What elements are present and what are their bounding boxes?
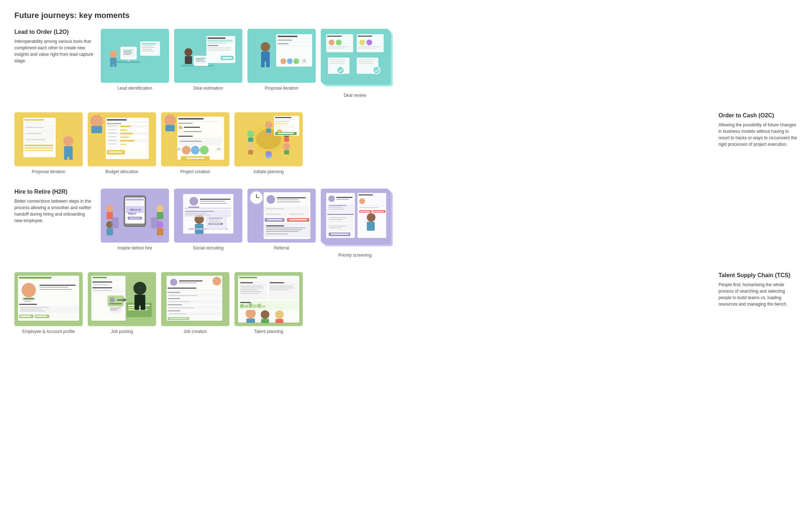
svg-rect-110 [120,129,127,131]
svg-rect-26 [196,59,204,60]
svg-rect-197 [200,203,227,204]
svg-rect-175 [126,203,140,204]
svg-point-126 [164,114,176,126]
svg-point-317 [213,277,221,285]
svg-rect-121 [108,144,117,144]
svg-rect-129 [178,118,204,120]
card-l2o-2-image [174,29,242,83]
svg-rect-85 [24,126,53,131]
svg-rect-207 [210,224,221,224]
card-tcs-1-label: Employee & Account profile [22,329,75,334]
svg-rect-290 [92,280,124,280]
svg-point-140 [191,146,200,154]
svg-rect-322 [169,295,197,296]
svg-rect-135 [184,131,202,132]
svg-rect-289 [92,277,107,278]
svg-rect-333 [169,318,187,319]
svg-rect-323 [168,298,180,299]
svg-rect-109 [108,129,117,130]
svg-rect-255 [331,234,349,235]
svg-rect-43 [266,59,270,67]
section-h2r-text: Hire to Retire (H2R) Better connections … [14,189,93,224]
svg-rect-136 [178,136,193,137]
svg-point-9 [110,50,117,58]
svg-point-261 [367,213,375,222]
svg-point-94 [63,136,73,146]
svg-rect-244 [329,205,347,206]
svg-rect-233 [266,225,284,226]
svg-rect-241 [336,197,352,198]
svg-rect-220 [277,199,298,200]
svg-rect-77 [359,61,373,62]
svg-rect-71 [330,59,346,60]
section-h2r-description: Better connections between steps in the … [14,198,93,224]
svg-rect-245 [329,207,343,208]
svg-rect-227 [289,214,304,215]
svg-rect-86 [26,127,44,128]
svg-rect-325 [169,301,190,302]
svg-rect-30 [207,40,233,41]
svg-point-141 [200,146,209,154]
svg-rect-229 [267,219,282,220]
svg-rect-48 [278,42,310,42]
svg-rect-331 [169,314,187,314]
svg-point-40 [261,42,270,51]
card-l2o-1-label: Lead identification [118,86,152,91]
svg-text:★★★★★: ★★★★★ [275,122,288,125]
svg-rect-122 [120,144,127,145]
card-o2c-1-image [14,112,83,166]
svg-rect-345 [240,293,260,294]
svg-point-61 [336,40,342,45]
svg-rect-50 [278,45,310,46]
card-l2o-2-label: Deal estimation [193,86,223,91]
svg-rect-264 [360,211,370,212]
svg-rect-299 [109,303,122,304]
svg-point-258 [359,198,365,204]
svg-rect-160 [275,117,291,118]
svg-rect-343 [240,289,258,290]
svg-rect-277 [40,289,72,290]
svg-rect-237 [266,234,288,234]
svg-rect-91 [24,145,53,146]
svg-rect-293 [93,284,108,285]
svg-rect-344 [240,291,262,292]
section-tcs-description: People first; humanising the whole proce… [719,281,798,307]
svg-point-139 [182,146,191,154]
card-l2o-1-image [101,29,169,83]
svg-rect-275 [40,285,76,286]
card-o2c-1-label: Proposal iteration [32,169,65,174]
svg-point-185 [156,205,164,212]
card-h2r-1-label: Inspire before hire [118,245,152,251]
svg-rect-104 [107,123,121,124]
svg-rect-242 [336,199,349,200]
svg-point-298 [110,297,115,302]
card-h2r-3-label: Referral [274,245,289,251]
section-o2c-description: Allowing the possibility of future chang… [719,122,798,148]
svg-point-218 [266,195,275,204]
svg-rect-336 [239,277,257,278]
svg-rect-320 [168,292,180,293]
card-o2c-1: Proposal iteration [14,112,83,174]
card-tcs-3-image [161,272,229,326]
svg-rect-353 [246,319,255,323]
section-l2o-cards: Lead identification [101,29,798,98]
svg-rect-68 [358,46,381,47]
svg-rect-252 [329,226,347,226]
svg-rect-210 [185,211,214,212]
card-h2r-2: Social recruiting [174,189,242,258]
svg-rect-340 [240,284,266,285]
page-title: Future journeys: key moments [14,11,798,20]
svg-rect-341 [240,286,262,287]
svg-rect-152 [284,150,289,154]
svg-rect-347 [270,282,284,283]
svg-rect-296 [93,290,111,291]
svg-rect-116 [120,136,129,138]
svg-rect-161 [275,119,297,120]
card-tcs-4-label: Talent planning [254,329,283,334]
svg-rect-223 [266,208,284,209]
svg-rect-274 [24,301,31,302]
svg-rect-329 [168,310,180,311]
svg-rect-196 [200,201,225,202]
svg-rect-284 [20,316,31,317]
card-h2r-2-image [174,189,242,243]
